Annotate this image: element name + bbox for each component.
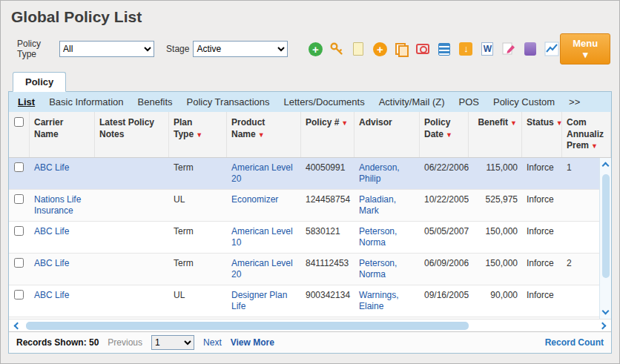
subnav-item[interactable]: Policy Transactions <box>187 96 270 107</box>
chart-icon[interactable] <box>544 41 560 57</box>
word-icon[interactable]: W <box>479 41 495 57</box>
column-header-label: Policy # <box>306 117 339 128</box>
row-checkbox[interactable] <box>14 194 24 204</box>
edit-icon[interactable] <box>501 41 517 57</box>
advisor-link[interactable]: Warnings, Elaine <box>354 285 420 317</box>
vertical-scrollbar[interactable] <box>599 158 611 319</box>
subnav-item[interactable]: List <box>18 96 35 107</box>
plan-type: UL <box>169 190 227 221</box>
annualized-premium <box>562 190 599 221</box>
column-header-label: Status <box>527 117 554 128</box>
database-icon[interactable] <box>522 41 538 57</box>
select-all-checkbox[interactable] <box>14 117 24 127</box>
tab-policy[interactable]: Policy <box>13 72 66 92</box>
filter-icon[interactable]: ▼ <box>591 142 598 150</box>
subnav-item[interactable]: Activity/Mail (Z) <box>379 96 445 107</box>
subnav-item[interactable]: >> <box>569 96 580 107</box>
horizontal-scrollbar[interactable] <box>9 319 611 331</box>
key-icon[interactable] <box>329 41 345 57</box>
list-icon[interactable] <box>436 41 452 57</box>
plan-type: Term <box>169 158 227 189</box>
product-name-link[interactable]: American Level 20 <box>227 254 301 285</box>
status: Inforce <box>522 158 562 189</box>
row-checkbox[interactable] <box>14 162 24 172</box>
column-header-label: Com Annualiz Prem <box>567 117 604 150</box>
horizontal-scroll-track[interactable] <box>26 322 594 330</box>
footer: Records Shown: 50 Previous 1 Next View M… <box>9 331 611 353</box>
download-icon[interactable]: ↓ <box>458 41 474 57</box>
column-header[interactable]: Carrier Name <box>30 112 95 157</box>
policy-date: 10/22/2005 <box>420 190 469 221</box>
table-row[interactable]: ABC Life Term American Level 10 5830121 … <box>9 222 599 254</box>
column-header[interactable]: Advisor <box>354 112 420 157</box>
filter-icon[interactable]: ▼ <box>196 131 202 139</box>
scroll-up-icon[interactable] <box>602 162 610 169</box>
filter-icon[interactable]: ▼ <box>556 119 562 127</box>
column-header[interactable]: Status▼ <box>522 112 562 157</box>
page-title: Global Policy List <box>11 8 612 26</box>
subnav-item[interactable]: POS <box>459 96 479 107</box>
record-count-link[interactable]: Record Count <box>545 337 604 348</box>
column-header[interactable]: Product Name▼ <box>227 112 301 157</box>
scroll-down-icon[interactable] <box>602 308 610 315</box>
column-header[interactable]: Benefit▼ <box>469 112 522 157</box>
view-more-link[interactable]: View More <box>231 337 274 348</box>
status: Inforce <box>522 190 562 221</box>
policy-date: 06/22/2006 <box>420 158 469 189</box>
annualized-premium <box>562 222 599 253</box>
next-link[interactable]: Next <box>203 337 222 348</box>
carrier-name-link[interactable]: ABC Life <box>30 222 95 253</box>
camera-icon[interactable] <box>415 41 431 57</box>
advisor-link[interactable]: Anderson, Philip <box>354 158 420 189</box>
advisor-link[interactable]: Paladian, Mark <box>354 190 420 221</box>
carrier-name-link[interactable]: ABC Life <box>30 254 95 285</box>
policy-number: 5830121 <box>301 222 354 253</box>
carrier-name-link[interactable]: ABC Life <box>30 158 95 189</box>
column-header[interactable]: Plan Type▼ <box>169 112 227 157</box>
carrier-name-link[interactable]: Nations Life Insurance <box>30 190 95 221</box>
document-icon[interactable] <box>350 41 366 57</box>
column-header[interactable]: Com Annualiz Prem▼ <box>562 112 611 157</box>
previous-link[interactable]: Previous <box>108 337 142 348</box>
table-row[interactable]: Nations Life Insurance UL Economizer 124… <box>9 190 599 222</box>
stage-select[interactable]: Active <box>193 41 288 57</box>
subnav-item[interactable]: Benefits <box>138 96 173 107</box>
advisor-link[interactable]: Peterson, Norma <box>354 222 420 253</box>
subnav-item[interactable]: Policy Custom <box>493 96 555 107</box>
product-name-link[interactable]: Designer Plan Life <box>227 285 301 317</box>
page-select[interactable]: 1 <box>151 335 194 350</box>
advisor-link[interactable]: Peterson, Norma <box>354 254 420 285</box>
table-row[interactable]: ABC Life Term American Level 20 84111245… <box>9 254 599 285</box>
row-checkbox[interactable] <box>14 226 24 236</box>
column-header[interactable]: Latest Policy Notes <box>95 112 169 157</box>
filter-icon[interactable]: ▼ <box>258 131 265 139</box>
subnav-item[interactable]: Basic Information <box>49 96 123 107</box>
carrier-name-link[interactable]: ABC Life <box>30 285 95 317</box>
product-name-link[interactable]: American Level 10 <box>227 222 301 253</box>
table-row[interactable]: ABC Life Term American Level 20 40050991… <box>9 158 599 190</box>
subnav-item[interactable]: Letters/Documents <box>284 96 365 107</box>
policy-panel: ListBasic InformationBenefitsPolicy Tran… <box>8 91 612 354</box>
column-header[interactable]: Policy #▼ <box>301 112 354 157</box>
add-icon[interactable]: + <box>307 41 323 57</box>
table-row[interactable]: ABC Life UL Designer Plan Life 900342134… <box>9 285 599 317</box>
policy-type-select[interactable]: All <box>59 41 154 57</box>
scroll-left-icon[interactable] <box>14 322 22 329</box>
plan-type: Term <box>169 254 227 285</box>
filter-icon[interactable]: ▼ <box>341 119 348 127</box>
menu-button[interactable]: Menu ▾ <box>560 33 610 64</box>
row-checkbox[interactable] <box>14 258 24 268</box>
column-header-label: Plan Type <box>174 117 194 139</box>
add-record-icon[interactable]: + <box>372 41 388 57</box>
column-header-label: Carrier Name <box>34 117 63 139</box>
filter-icon[interactable]: ▼ <box>446 131 452 139</box>
filter-icon[interactable]: ▼ <box>510 119 517 127</box>
product-name-link[interactable]: Economizer <box>227 190 301 221</box>
column-header[interactable]: Policy Date▼ <box>420 112 469 157</box>
vertical-scroll-thumb[interactable] <box>602 174 610 278</box>
horizontal-scroll-thumb[interactable] <box>26 322 469 330</box>
row-checkbox[interactable] <box>14 290 24 300</box>
product-name-link[interactable]: American Level 20 <box>227 158 301 189</box>
copy-icon[interactable] <box>393 41 409 57</box>
scroll-right-icon[interactable] <box>599 322 607 329</box>
